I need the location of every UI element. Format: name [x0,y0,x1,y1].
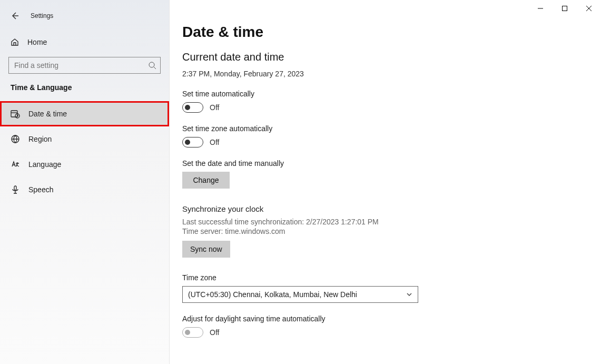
close-button[interactable] [577,0,601,17]
tz-value: (UTC+05:30) Chennai, Kolkata, Mumbai, Ne… [188,290,357,299]
sidebar-item-label: Speech [28,185,53,194]
dst-label: Adjust for daylight saving time automati… [182,314,446,323]
page-title: Date & time [182,24,446,41]
svg-point-0 [149,62,154,67]
set-time-auto-label: Set time automatically [182,90,446,98]
sync-now-button[interactable]: Sync now [182,241,230,258]
set-time-auto-toggle[interactable] [182,102,203,113]
home-icon [11,38,19,46]
sidebar-item-date-time[interactable]: Date & time [0,101,169,126]
sidebar-item-language[interactable]: Language [0,152,169,177]
dst-toggle [182,327,203,338]
manual-label: Set the date and time manually [182,159,446,168]
globe-icon [11,134,20,144]
back-icon[interactable] [11,12,20,20]
sidebar-item-label: Date & time [28,110,67,118]
sidebar-item-speech[interactable]: Speech [0,177,169,202]
tz-label: Time zone [182,273,446,282]
current-time-value: 2:37 PM, Monday, February 27, 2023 [182,70,446,78]
set-tz-auto-toggle[interactable] [182,137,203,147]
sidebar-item-label: Language [28,160,61,169]
sync-heading: Synchronize your clock [182,204,446,213]
svg-rect-5 [563,6,567,11]
language-icon [11,160,20,169]
dst-state: Off [210,328,219,337]
svg-rect-4 [14,186,16,190]
sidebar-section-title: Time & Language [0,83,169,92]
window-controls [528,0,601,17]
set-time-auto-state: Off [210,103,219,112]
sidebar-item-label: Region [28,135,52,143]
sidebar: Settings Home Time & Language Date & tim… [0,0,170,364]
search-icon [148,61,156,70]
title-row: Settings [0,12,169,20]
sidebar-item-region[interactable]: Region [0,126,169,152]
tz-dropdown[interactable]: (UTC+05:30) Chennai, Kolkata, Mumbai, Ne… [182,286,418,303]
search-input[interactable] [8,57,161,74]
current-time-heading: Current date and time [182,51,446,63]
change-button[interactable]: Change [182,172,230,189]
sync-server: Time server: time.windows.com [182,227,446,235]
main-content: Date & time Current date and time 2:37 P… [170,0,601,364]
set-tz-auto-state: Off [210,138,219,146]
window-title: Settings [31,12,53,19]
chevron-down-icon [406,291,412,298]
microphone-icon [11,185,20,194]
calendar-clock-icon [11,109,20,119]
sync-last: Last successful time synchronization: 2/… [182,218,446,226]
maximize-button[interactable] [553,0,577,17]
search-wrap [8,57,161,74]
set-tz-auto-label: Set time zone automatically [182,124,446,133]
sidebar-item-home[interactable]: Home [0,34,169,51]
minimize-button[interactable] [528,0,553,17]
home-label: Home [27,38,47,46]
